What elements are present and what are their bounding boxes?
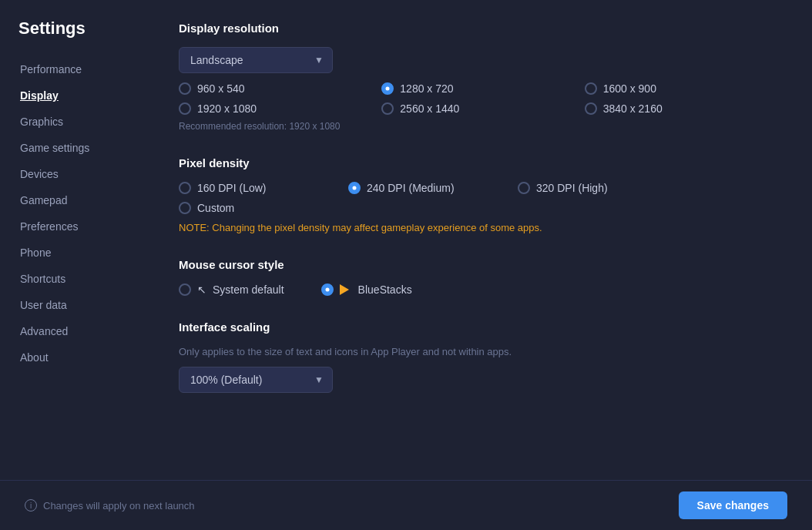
recommended-resolution-text: Recommended resolution: 1920 x 1080 bbox=[179, 121, 787, 132]
mouse-cursor-option-system[interactable]: ↖ System default bbox=[179, 283, 284, 296]
resolution-dropdown-wrapper: Landscape Portrait ▼ bbox=[179, 47, 333, 73]
sidebar-item-performance[interactable]: Performance bbox=[12, 57, 142, 82]
bluestacks-cursor-icon bbox=[340, 284, 349, 295]
resolution-radio-2560x1440[interactable] bbox=[381, 102, 394, 115]
pixel-density-option-custom[interactable]: Custom bbox=[179, 202, 348, 214]
mouse-cursor-options: ↖ System default BlueStacks bbox=[179, 283, 787, 296]
resolution-option-960x540[interactable]: 960 x 540 bbox=[179, 82, 381, 95]
pixel-density-radio-custom[interactable] bbox=[179, 202, 191, 214]
resolution-label-1920x1080: 1920 x 1080 bbox=[197, 102, 257, 115]
mouse-cursor-section: Mouse cursor style ↖ System default Blue… bbox=[179, 258, 787, 296]
pixel-density-radio-320[interactable] bbox=[518, 182, 530, 194]
resolution-option-2560x1440[interactable]: 2560 x 1440 bbox=[381, 102, 584, 115]
sidebar-item-gamepad[interactable]: Gamepad bbox=[12, 188, 142, 213]
sidebar-item-graphics[interactable]: Graphics bbox=[12, 109, 142, 134]
resolution-radio-3840x2160[interactable] bbox=[585, 102, 597, 115]
pixel-density-title: Pixel density bbox=[179, 156, 787, 169]
pixel-density-option-160[interactable]: 160 DPI (Low) bbox=[179, 182, 348, 194]
mouse-cursor-label-bluestacks: BlueStacks bbox=[358, 283, 412, 296]
sidebar-item-about[interactable]: About bbox=[12, 345, 142, 370]
footer-notice-text: Changes will apply on next launch bbox=[43, 500, 195, 512]
resolution-label-3840x2160: 3840 x 2160 bbox=[603, 102, 663, 115]
resolution-option-1280x720[interactable]: 1280 x 720 bbox=[381, 82, 584, 95]
resolution-options-grid: 960 x 540 1280 x 720 1600 x 900 1920 x 1… bbox=[179, 82, 787, 115]
main-content: Display resolution Landscape Portrait ▼ … bbox=[154, 0, 812, 480]
display-resolution-section: Display resolution Landscape Portrait ▼ … bbox=[179, 22, 787, 132]
sidebar-item-display[interactable]: Display bbox=[12, 83, 142, 108]
interface-scaling-select[interactable]: 75% 100% (Default) 125% 150% bbox=[179, 367, 333, 393]
resolution-radio-1920x1080[interactable] bbox=[179, 102, 191, 115]
interface-scaling-description: Only applies to the size of text and ico… bbox=[179, 346, 787, 357]
resolution-option-1920x1080[interactable]: 1920 x 1080 bbox=[179, 102, 381, 115]
resolution-label-2560x1440: 2560 x 1440 bbox=[400, 102, 459, 115]
mouse-cursor-title: Mouse cursor style bbox=[179, 258, 787, 271]
pixel-density-options: 160 DPI (Low) 240 DPI (Medium) 320 DPI (… bbox=[179, 182, 787, 214]
resolution-radio-1280x720[interactable] bbox=[381, 82, 394, 95]
save-changes-button[interactable]: Save changes bbox=[679, 491, 787, 519]
pixel-density-label-320: 320 DPI (High) bbox=[536, 182, 608, 194]
resolution-radio-1600x900[interactable] bbox=[585, 82, 597, 95]
pixel-density-radio-240[interactable] bbox=[348, 182, 361, 194]
sidebar-item-preferences[interactable]: Preferences bbox=[12, 214, 142, 239]
pixel-density-label-240: 240 DPI (Medium) bbox=[367, 182, 455, 194]
pixel-density-option-240[interactable]: 240 DPI (Medium) bbox=[348, 182, 518, 194]
resolution-option-3840x2160[interactable]: 3840 x 2160 bbox=[585, 102, 787, 115]
mouse-cursor-radio-system[interactable] bbox=[179, 283, 191, 296]
pixel-density-option-320[interactable]: 320 DPI (High) bbox=[518, 182, 687, 194]
resolution-radio-960x540[interactable] bbox=[179, 82, 191, 95]
info-icon: i bbox=[25, 499, 37, 512]
pixel-density-radio-160[interactable] bbox=[179, 182, 191, 194]
pixel-density-note: NOTE: Changing the pixel density may aff… bbox=[179, 222, 787, 233]
sidebar-item-devices[interactable]: Devices bbox=[12, 162, 142, 186]
resolution-label-960x540: 960 x 540 bbox=[197, 82, 245, 95]
pixel-density-section: Pixel density 160 DPI (Low) 240 DPI (Med… bbox=[179, 156, 787, 233]
system-cursor-icon: ↖ bbox=[197, 283, 206, 296]
sidebar-item-phone[interactable]: Phone bbox=[12, 240, 142, 265]
display-resolution-title: Display resolution bbox=[179, 22, 787, 35]
resolution-orientation-select[interactable]: Landscape Portrait bbox=[179, 47, 333, 73]
interface-scaling-dropdown-wrapper: 75% 100% (Default) 125% 150% ▼ bbox=[179, 367, 333, 393]
app-title: Settings bbox=[12, 18, 142, 39]
pixel-density-label-custom: Custom bbox=[197, 202, 234, 214]
sidebar-item-game-settings[interactable]: Game settings bbox=[12, 136, 142, 160]
mouse-cursor-option-bluestacks[interactable]: BlueStacks bbox=[321, 283, 412, 296]
pixel-density-label-160: 160 DPI (Low) bbox=[197, 182, 266, 194]
interface-scaling-section: Interface scaling Only applies to the si… bbox=[179, 320, 787, 393]
sidebar: Settings Performance Display Graphics Ga… bbox=[0, 0, 154, 480]
mouse-cursor-label-system: System default bbox=[213, 283, 284, 296]
sidebar-item-advanced[interactable]: Advanced bbox=[12, 319, 142, 344]
resolution-label-1280x720: 1280 x 720 bbox=[400, 82, 453, 95]
resolution-option-1600x900[interactable]: 1600 x 900 bbox=[585, 82, 787, 95]
resolution-label-1600x900: 1600 x 900 bbox=[603, 82, 656, 95]
sidebar-item-user-data[interactable]: User data bbox=[12, 293, 142, 317]
footer-notice: i Changes will apply on next launch bbox=[25, 499, 195, 512]
sidebar-item-shortcuts[interactable]: Shortcuts bbox=[12, 267, 142, 291]
footer: i Changes will apply on next launch Save… bbox=[0, 480, 812, 530]
interface-scaling-title: Interface scaling bbox=[179, 320, 787, 334]
mouse-cursor-radio-bluestacks[interactable] bbox=[321, 283, 334, 296]
